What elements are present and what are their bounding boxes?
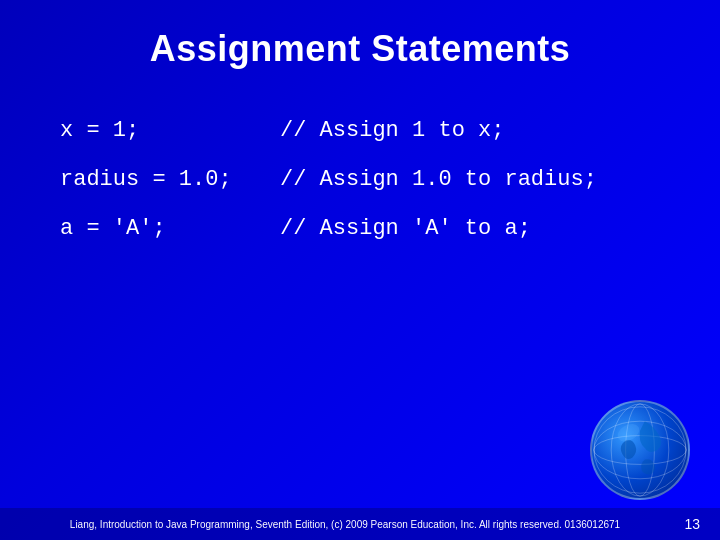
footer-text: Liang, Introduction to Java Programming,… <box>20 519 670 530</box>
svg-point-2 <box>594 407 686 493</box>
code-left-2: radius = 1.0; <box>60 167 280 192</box>
footer-page: 13 <box>670 516 700 532</box>
slide: Assignment Statements x = 1; // Assign 1… <box>0 0 720 540</box>
globe-circle <box>590 400 690 500</box>
code-right-2: // Assign 1.0 to radius; <box>280 167 597 192</box>
footer: Liang, Introduction to Java Programming,… <box>0 508 720 540</box>
globe-decoration <box>590 400 690 500</box>
code-right-1: // Assign 1 to x; <box>280 118 504 143</box>
slide-title: Assignment Statements <box>0 0 720 90</box>
code-line-2: radius = 1.0; // Assign 1.0 to radius; <box>60 159 660 200</box>
svg-point-4 <box>611 404 669 496</box>
svg-point-1 <box>594 421 686 479</box>
code-line-1: x = 1; // Assign 1 to x; <box>60 110 660 151</box>
code-line-3: a = 'A'; // Assign 'A' to a; <box>60 208 660 249</box>
globe-svg <box>592 402 688 498</box>
code-left-1: x = 1; <box>60 118 280 143</box>
code-right-3: // Assign 'A' to a; <box>280 216 531 241</box>
svg-point-0 <box>594 436 686 465</box>
code-left-3: a = 'A'; <box>60 216 280 241</box>
